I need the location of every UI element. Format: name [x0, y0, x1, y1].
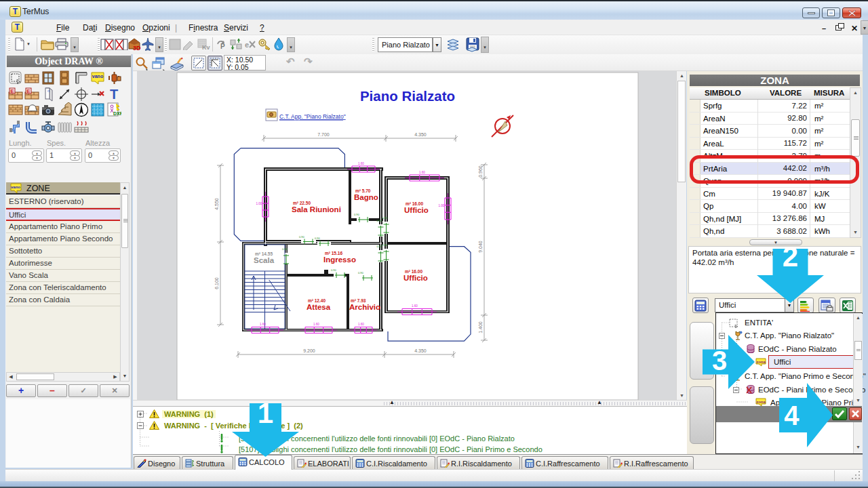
svg-text:0.90: 0.90 — [331, 268, 337, 272]
svg-text:Scala: Scala — [254, 256, 275, 264]
svg-text:vano: vano — [92, 74, 103, 79]
svg-text:zona: zona — [756, 360, 766, 364]
svg-text:0.90: 0.90 — [282, 247, 288, 251]
svg-text:Ufficio: Ufficio — [404, 206, 429, 214]
svg-text:E: E — [10, 88, 14, 94]
svg-text:m² 5.70: m² 5.70 — [355, 188, 371, 193]
svg-text:m² 14.55: m² 14.55 — [255, 251, 273, 256]
svg-text:Ingresso: Ingresso — [323, 256, 356, 264]
svg-text:Archivio: Archivio — [349, 303, 380, 311]
svg-text:m² 12.40: m² 12.40 — [308, 298, 326, 303]
svg-text:Attesa: Attesa — [307, 303, 331, 311]
svg-text:P: P — [220, 43, 225, 50]
svg-text:2: 2 — [783, 249, 798, 272]
svg-text:0.90: 0.90 — [382, 243, 389, 247]
svg-text:E: E — [26, 88, 31, 94]
svg-text:m² 15.16: m² 15.16 — [325, 251, 342, 256]
svg-text:3D: 3D — [133, 45, 141, 51]
svg-text:3: 3 — [712, 346, 727, 375]
svg-text:zona: zona — [756, 400, 766, 404]
svg-text:vano: vano — [11, 185, 20, 189]
svg-text:0.90: 0.90 — [358, 271, 364, 274]
svg-text:0.90: 0.90 — [382, 216, 389, 220]
svg-text:Ufficio: Ufficio — [403, 274, 428, 282]
svg-text:1: 1 — [258, 403, 273, 429]
svg-text:4: 4 — [784, 401, 800, 430]
svg-text:Sala Riunioni: Sala Riunioni — [292, 205, 341, 214]
svg-text:Kv: Kv — [202, 44, 210, 50]
svg-text:0.90: 0.90 — [299, 235, 305, 239]
svg-text:n: n — [47, 89, 50, 93]
svg-text:T: T — [110, 87, 118, 102]
svg-text:DXF: DXF — [113, 111, 121, 116]
svg-text:0.90: 0.90 — [354, 213, 360, 216]
svg-text:0.90: 0.90 — [315, 237, 321, 240]
svg-text:Bagno: Bagno — [354, 193, 378, 201]
svg-text:m² 22.50: m² 22.50 — [293, 201, 311, 205]
svg-text:e: e — [245, 41, 249, 49]
svg-text:m² 16.00: m² 16.00 — [405, 269, 422, 274]
svg-text:m² 7.93: m² 7.93 — [351, 298, 366, 303]
svg-text:m² 16.00: m² 16.00 — [406, 201, 423, 206]
